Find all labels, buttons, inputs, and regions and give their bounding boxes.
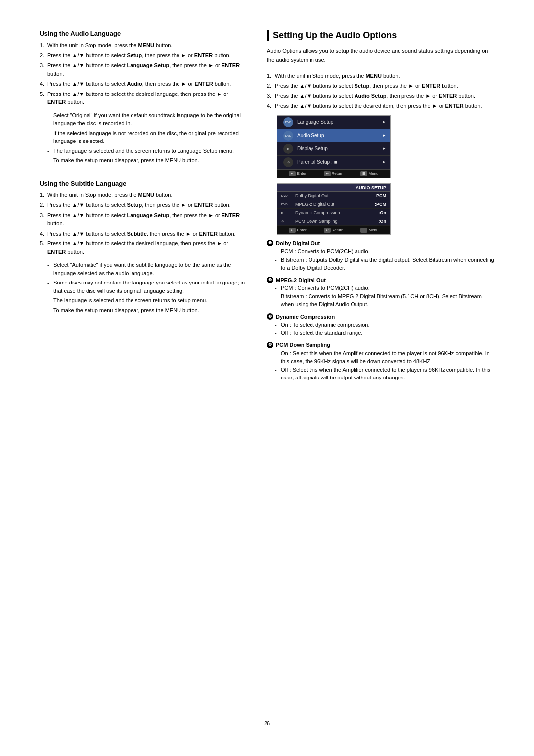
audio-options-steps: 1. With the unit in Stop mode, press the… <box>267 72 494 110</box>
list-item: The language is selected and the screen … <box>47 147 247 155</box>
audio-setup-row-dolby: DVD Dolby Digital Out PCM <box>277 192 390 200</box>
list-item: 2. Press the ▲/▼ buttons to select Setup… <box>267 82 494 90</box>
annotation-dolby-title: ❶ Dolby Digital Out <box>267 239 494 248</box>
annotation-dynamic: ❸ Dynamic Compression On : To select dyn… <box>267 313 494 337</box>
subtitle-language-section: Using the Subtitle Language 1. With the … <box>40 180 247 315</box>
annotation-mpeg-title: ❷ MPEG-2 Digital Out <box>267 276 494 284</box>
list-item: Select "Original" if you want the defaul… <box>47 111 247 128</box>
list-item: Off : Select this when the Amplifier con… <box>275 366 494 382</box>
list-item: 4. Press the ▲/▼ buttons to select Subti… <box>40 230 247 238</box>
audio-setup-row-pcm: ⚙ PCM Down Sampling :On <box>277 217 390 226</box>
intro-text: Audio Options allows you to setup the au… <box>267 47 494 64</box>
menu-screenshot-1: DVD Language Setup ► DVD Audio Setup ► <box>277 115 391 178</box>
list-item: 5. Press the ▲/▼ buttons to select the d… <box>40 90 247 106</box>
list-item: To make the setup menu disappear, press … <box>47 306 247 315</box>
annotation-pcm: ❹ PCM Down Sampling On : Select this whe… <box>267 341 494 382</box>
list-item: Off : To select the standard range. <box>275 329 494 337</box>
list-item: 2. Press the ▲/▼ buttons to select Setup… <box>40 201 247 209</box>
audio-language-title: Using the Audio Language <box>40 30 247 37</box>
page-number: 26 <box>40 720 494 726</box>
annotation-pcm-bullets: On : Select this when the Amplifier conn… <box>275 349 494 382</box>
audio-language-steps: 1. With the unit in Stop mode, press the… <box>40 41 247 106</box>
setup-icon: ⚙ <box>283 157 293 167</box>
list-item: PCM : Converts to PCM(2CH) audio. <box>275 284 494 292</box>
list-item: 3. Press the ▲/▼ buttons to select Audio… <box>267 92 494 100</box>
list-item: If the selected language is not recorded… <box>47 129 247 145</box>
menu-row-audio: DVD Audio Setup ► <box>277 129 390 142</box>
menu-footer-2: ↵ Enter ↩ Return ☰ Menu <box>277 226 390 234</box>
audio-setup-row-dynamic: ▶ Dynamic Compression :On <box>277 209 390 217</box>
annotation-dynamic-title: ❸ Dynamic Compression <box>267 313 494 321</box>
annotation-mpeg-bullets: PCM : Converts to PCM(2CH) audio. Bitstr… <box>275 284 494 309</box>
subtitle-language-title: Using the Subtitle Language <box>40 180 247 187</box>
menu-row-display: ▶ Display Setup ► <box>277 142 390 156</box>
dvd-icon: DVD <box>281 194 295 197</box>
list-item: 1. With the unit in Stop mode, press the… <box>40 41 247 49</box>
list-item: PCM : Converts to PCM(2CH) audio. <box>275 247 494 256</box>
list-item: Select "Automatic" if you want the subti… <box>47 261 247 277</box>
list-item: To make the setup menu disappear, press … <box>47 156 247 165</box>
list-item: 1. With the unit in Stop mode, press the… <box>40 191 247 199</box>
dvd-icon: DVD <box>283 117 293 127</box>
list-item: Bitstream : Outputs Dolby Digital via th… <box>275 256 494 272</box>
setup-icon: ⚙ <box>281 219 295 223</box>
left-column: Using the Audio Language 1. With the uni… <box>40 30 247 706</box>
audio-setup-screenshot: AUDIO SETUP DVD Dolby Digital Out PCM DV… <box>277 183 391 235</box>
list-item: 1. With the unit in Stop mode, press the… <box>267 72 494 80</box>
audio-setup-row-mpeg: DVD MPEG-2 Digital Out :PCM <box>277 200 390 209</box>
annotation-dynamic-bullets: On : To select dynamic compression. Off … <box>275 321 494 337</box>
main-title: Setting Up the Audio Options <box>267 30 494 41</box>
list-item: 4. Press the ▲/▼ buttons to select Audio… <box>40 80 247 88</box>
annotations-section: ❶ Dolby Digital Out PCM : Converts to PC… <box>267 239 494 382</box>
annotation-pcm-title: ❹ PCM Down Sampling <box>267 341 494 349</box>
page: Using the Audio Language 1. With the uni… <box>0 0 534 756</box>
annotation-mpeg: ❷ MPEG-2 Digital Out PCM : Converts to P… <box>267 276 494 309</box>
list-item: 4. Press the ▲/▼ buttons to select the d… <box>267 102 494 110</box>
list-item: 5. Press the ▲/▼ buttons to select the d… <box>40 239 247 256</box>
list-item: Some discs may not contain the language … <box>47 279 247 295</box>
annotation-dolby-bullets: PCM : Converts to PCM(2CH) audio. Bitstr… <box>275 247 494 272</box>
audio-language-bullets: Select "Original" if you want the defaul… <box>47 111 247 165</box>
menu-footer-1: ↵ Enter ↩ Return ☰ Menu <box>277 169 390 178</box>
title-icon: ▶ <box>283 144 293 154</box>
menu-row-language: DVD Language Setup ► <box>277 116 390 129</box>
dvd-icon: DVD <box>281 203 295 206</box>
audio-setup-header: AUDIO SETUP <box>277 184 390 192</box>
list-item: 2. Press the ▲/▼ buttons to select Setup… <box>40 51 247 60</box>
audio-language-section: Using the Audio Language 1. With the uni… <box>40 30 247 165</box>
list-item: 3. Press the ▲/▼ buttons to select Langu… <box>40 211 247 228</box>
list-item: Bitstream : Converts to MPEG-2 Digital B… <box>275 292 494 309</box>
list-item: On : To select dynamic compression. <box>275 321 494 329</box>
list-item: 3. Press the ▲/▼ buttons to select Langu… <box>40 61 247 78</box>
dvd-icon: DVD <box>283 131 293 141</box>
title-icon: ▶ <box>281 211 295 214</box>
annotation-dolby: ❶ Dolby Digital Out PCM : Converts to PC… <box>267 239 494 272</box>
list-item: On : Select this when the Amplifier conn… <box>275 349 494 366</box>
subtitle-language-bullets: Select "Automatic" if you want the subti… <box>47 261 247 314</box>
menu-row-parental: ⚙ Parental Setup : ■ ► <box>277 156 390 169</box>
list-item: The language is selected and the screen … <box>47 296 247 305</box>
subtitle-language-steps: 1. With the unit in Stop mode, press the… <box>40 191 247 256</box>
right-column: Setting Up the Audio Options Audio Optio… <box>267 30 494 706</box>
